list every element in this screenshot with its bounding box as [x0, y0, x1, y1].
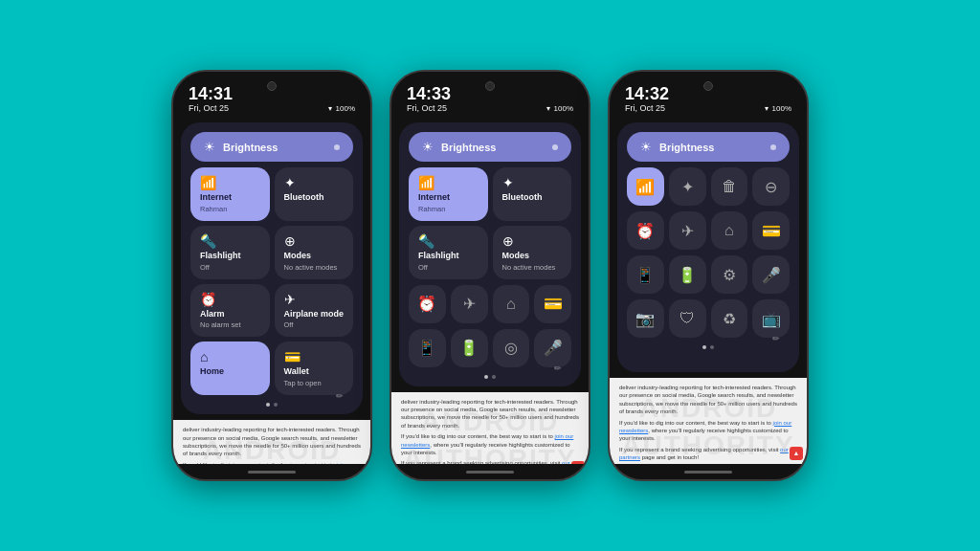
- tile-airplane-1[interactable]: ✈ Airplane mode Off: [275, 284, 354, 338]
- tile-alarm-1[interactable]: ⏰ Alarm No alarm set: [190, 284, 270, 338]
- tile-sq-cast-3[interactable]: 📺: [752, 299, 790, 338]
- home-bar-2: [466, 471, 514, 474]
- tiles-grid-3-row3: 📱 🔋 ⚙ 🎤: [627, 255, 790, 294]
- tile-sq-alarm-2[interactable]: ⏰: [409, 285, 446, 323]
- tile-sq-alarm-3[interactable]: ⏰: [627, 211, 664, 250]
- wifi-tile-icon-2: 📶: [418, 175, 479, 190]
- article-text-7: If you represent a brand seeking adverti…: [401, 459, 579, 464]
- qs-panel-2: ☀ Brightness 📶 Internet Rahman ✦ Bluetoo…: [399, 122, 581, 386]
- tile-sq-camera-3[interactable]: 📷: [627, 299, 664, 338]
- tile-sq-settings-3[interactable]: ⚙: [711, 255, 748, 294]
- qs-panel-3: ☀ Brightness 📶 ✦ 🗑 ⊖ ⏰ ✈ ⌂ 💳: [617, 122, 799, 372]
- tile-sq-bt-3[interactable]: ✦: [669, 167, 706, 206]
- tile-sq-battery-3[interactable]: 🔋: [669, 255, 706, 294]
- page-dot-6: [710, 345, 714, 349]
- date-3: Fri, Oct 25: [625, 103, 669, 113]
- newsletter-link-3[interactable]: join our newsletters: [619, 420, 791, 433]
- brightness-slider-3[interactable]: ☀ Brightness: [627, 132, 790, 162]
- newsletter-link-1[interactable]: join our newsletters: [183, 462, 355, 464]
- tile-bluetooth-1[interactable]: ✦ Bluetooth: [275, 167, 354, 221]
- tiles-grid-2-top: 📶 Internet Rahman ✦ Bluetooth 🔦 Flashlig…: [409, 167, 571, 279]
- home-tile-icon-1: ⌂: [200, 349, 260, 364]
- tile-sq-trash-3[interactable]: 🗑: [711, 167, 748, 206]
- article-text-9: deliver industry-leading reporting for t…: [619, 384, 797, 416]
- battery-icon-2: 100%: [554, 104, 573, 113]
- tile-modes-title-1: Modes: [284, 251, 345, 261]
- edit-icon-2[interactable]: ✏: [554, 364, 562, 373]
- article-area-3: deliver industry-leading reporting for t…: [610, 378, 807, 464]
- tile-sq-phone-3[interactable]: 📱: [627, 255, 664, 294]
- tile-wallet-1[interactable]: 💳 Wallet Tap to open: [275, 342, 354, 395]
- page-dot-5: [702, 345, 706, 349]
- phone-screen-2: 14:33 Fri, Oct 25 ▾ 100% ☀ Brightness: [391, 72, 589, 464]
- tile-sq-mic-3[interactable]: 🎤: [752, 255, 790, 294]
- airplane-tile-icon-1: ✈: [284, 292, 345, 307]
- date-2: Fri, Oct 25: [407, 103, 451, 113]
- edit-icon-1[interactable]: ✏: [336, 391, 344, 401]
- article-area-2: deliver industry-leading reporting for t…: [391, 392, 589, 464]
- article-text-11: If you represent a brand seeking adverti…: [619, 446, 797, 462]
- tile-sq-airplane-3[interactable]: ✈: [669, 211, 706, 250]
- tile-internet-title-1: Internet: [200, 192, 260, 203]
- tile-flashlight-sub-1: Off: [200, 263, 260, 272]
- tile-sq-wallet-3[interactable]: 💳: [752, 211, 790, 250]
- camera-notch-1: [267, 81, 277, 91]
- time-2: 14:33: [407, 85, 451, 102]
- tile-sq-airplane-2[interactable]: ✈: [451, 285, 488, 323]
- page-dot-4: [492, 375, 496, 379]
- tile-home-1[interactable]: ⌂ Home: [190, 342, 270, 395]
- qs-bottom-3: ✏: [627, 343, 790, 349]
- red-badge-2: ▲: [571, 461, 585, 464]
- tile-sq-target-2[interactable]: ◎: [493, 329, 530, 367]
- status-icons-2: ▾ 100%: [546, 104, 573, 113]
- phone-frame-3: 14:32 Fri, Oct 25 ▾ 100% ☀ Brightness 📶: [608, 70, 809, 481]
- tile-modes-2[interactable]: ⊕ Modes No active modes: [493, 226, 572, 279]
- brightness-slider-2[interactable]: ☀ Brightness: [409, 132, 571, 162]
- tile-internet-1[interactable]: 📶 Internet Rahman: [190, 167, 270, 221]
- tile-sq-mic-2[interactable]: 🎤: [534, 329, 571, 367]
- home-indicator-3: [610, 464, 807, 479]
- modes-tile-icon-1: ⊕: [284, 233, 345, 249]
- tile-flashlight-title-1: Flashlight: [200, 251, 260, 261]
- tile-flashlight-2[interactable]: 🔦 Flashlight Off: [409, 226, 488, 279]
- page-dot-1: [266, 403, 270, 407]
- qs-panel-1: ☀ Brightness 📶 Internet Rahman ✦ Bl: [181, 122, 363, 414]
- camera-notch-3: [703, 81, 713, 91]
- tile-sq-phone-2[interactable]: 📱: [409, 329, 446, 367]
- tiles-grid-3-row1: 📶 ✦ 🗑 ⊖: [627, 167, 790, 206]
- brightness-slider-1[interactable]: ☀ Brightness: [190, 132, 353, 162]
- brightness-label-2: Brightness: [441, 142, 545, 153]
- wifi-tile-icon-1: 📶: [200, 175, 260, 190]
- partners-link-3[interactable]: our partners: [619, 447, 789, 460]
- tile-sq-wifi-3[interactable]: 📶: [627, 167, 664, 206]
- article-text-5: deliver industry-leading reporting for t…: [401, 398, 579, 430]
- tile-home-title-1: Home: [200, 366, 260, 377]
- tile-bluetooth-2[interactable]: ✦ Bluetooth: [493, 167, 572, 221]
- qs-bottom-1: ✏: [190, 401, 353, 407]
- phone-2: 14:33 Fri, Oct 25 ▾ 100% ☀ Brightness: [390, 70, 590, 481]
- tile-sq-wallet-2[interactable]: 💳: [534, 285, 571, 323]
- tile-sq-recycle-3[interactable]: ♻: [711, 299, 748, 338]
- tile-sq-battery-2[interactable]: 🔋: [451, 329, 488, 367]
- brightness-icon-1: ☀: [204, 140, 215, 154]
- partners-link-2[interactable]: our partners: [401, 460, 570, 464]
- bluetooth-tile-icon-1: ✦: [284, 175, 345, 190]
- tile-sq-dnd-3[interactable]: ⊖: [752, 167, 790, 206]
- home-bar-1: [248, 471, 296, 474]
- tile-sq-home-3[interactable]: ⌂: [711, 211, 748, 250]
- newsletter-link-2[interactable]: join our newsletters: [401, 433, 573, 447]
- status-bar-2: 14:33 Fri, Oct 25 ▾ 100%: [391, 72, 589, 117]
- tile-internet-2[interactable]: 📶 Internet Rahman: [409, 167, 488, 221]
- tile-sq-shield-3[interactable]: 🛡: [669, 299, 706, 338]
- camera-notch-2: [485, 81, 495, 91]
- article-text-10: If you'd like to dig into our content, t…: [619, 419, 797, 443]
- battery-icon-1: 100%: [336, 104, 355, 113]
- flashlight-tile-icon-2: 🔦: [418, 233, 479, 249]
- page-dot-3: [484, 375, 488, 379]
- tile-sq-home-2[interactable]: ⌂: [493, 285, 530, 323]
- tile-modes-1[interactable]: ⊕ Modes No active modes: [275, 226, 354, 279]
- status-bar-1: 14:31 Fri, Oct 25 ▾ 100%: [173, 72, 370, 117]
- edit-icon-3[interactable]: ✏: [772, 334, 780, 343]
- tile-flashlight-1[interactable]: 🔦 Flashlight Off: [190, 226, 270, 279]
- wifi-icon-2: ▾: [546, 104, 550, 113]
